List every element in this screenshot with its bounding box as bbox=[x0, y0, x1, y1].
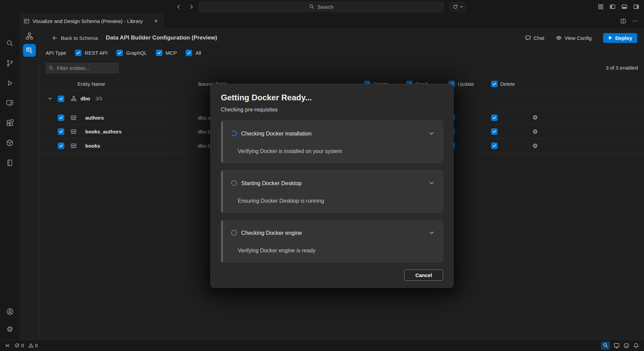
tab-visualize-design-schema[interactable]: Visualize and Design Schema (Preview) - … bbox=[20, 14, 164, 28]
activity-bar: ⚙ bbox=[0, 14, 20, 340]
step-label: Checking Docker installation bbox=[241, 130, 312, 137]
table-entity-icon bbox=[71, 143, 79, 149]
status-bar-right bbox=[601, 342, 644, 350]
tab-close-icon[interactable]: × bbox=[153, 18, 159, 24]
dialog-subtitle: Checking pre-requisites bbox=[221, 106, 443, 113]
account-icon[interactable] bbox=[5, 307, 14, 316]
customize-layout-icon[interactable] bbox=[598, 4, 604, 10]
status-bar-left: 0 0 bbox=[0, 343, 38, 348]
step-detail: Verifying Docker engine is ready bbox=[238, 248, 435, 254]
toggle-secondary-sidebar-icon[interactable] bbox=[633, 4, 639, 10]
remote-indicator-icon[interactable] bbox=[5, 343, 10, 348]
row-settings-gear-icon[interactable]: ⚙ bbox=[532, 128, 553, 135]
remote-explorer-icon[interactable] bbox=[5, 99, 14, 107]
forward-button[interactable] bbox=[188, 3, 195, 10]
toggle-sidebar-icon[interactable] bbox=[610, 4, 616, 10]
dialog-title: Getting Docker Ready... bbox=[221, 93, 443, 102]
filter-option-graphql[interactable]: GraphQL bbox=[116, 50, 147, 56]
back-button[interactable] bbox=[175, 3, 182, 10]
entity-filter bbox=[46, 63, 119, 73]
delete-checkbox[interactable] bbox=[491, 115, 498, 121]
row-checkbox[interactable] bbox=[58, 143, 64, 149]
chevron-left-icon bbox=[176, 4, 181, 9]
extensions-icon[interactable] bbox=[5, 119, 14, 127]
run-debug-icon[interactable] bbox=[5, 79, 14, 87]
row-checkbox[interactable] bbox=[58, 128, 64, 135]
play-icon bbox=[608, 35, 613, 40]
page-header: Back to Schema Data API Builder Configur… bbox=[40, 32, 644, 43]
warnings-indicator[interactable]: 0 bbox=[28, 343, 38, 348]
step-docker-desktop: Starting Docker Desktop Ensuring Docker … bbox=[221, 170, 443, 213]
chevron-down-icon[interactable] bbox=[429, 130, 435, 136]
more-actions-icon[interactable]: ⋯ bbox=[632, 17, 639, 25]
delete-checkbox[interactable] bbox=[491, 128, 498, 135]
filter-option-all[interactable]: All bbox=[186, 50, 201, 56]
column-header-entity-name: Entity Name bbox=[71, 81, 198, 87]
graphql-checkbox[interactable] bbox=[116, 50, 123, 56]
chat-button[interactable]: Chat bbox=[525, 35, 545, 41]
chevron-down-icon[interactable] bbox=[429, 180, 435, 186]
api-type-filter-row: API Type REST API GraphQL MCP All bbox=[46, 48, 201, 57]
entity-name: authors bbox=[79, 115, 198, 121]
expand-chevron-icon[interactable] bbox=[44, 96, 56, 101]
eye-icon bbox=[556, 35, 562, 41]
filter-option-mcp[interactable]: MCP bbox=[156, 50, 177, 56]
feedback-smiley-icon[interactable] bbox=[623, 343, 629, 349]
dbo-group-checkbox[interactable] bbox=[58, 96, 64, 102]
delete-checkbox[interactable] bbox=[491, 143, 498, 149]
settings-gear-icon[interactable]: ⚙ bbox=[6, 325, 13, 333]
split-editor-icon[interactable] bbox=[620, 18, 626, 24]
notifications-bell-icon[interactable] bbox=[633, 343, 639, 349]
delete-all-checkbox[interactable] bbox=[491, 81, 498, 87]
search-placeholder-text: Search bbox=[317, 4, 334, 10]
activity-bar-top bbox=[5, 14, 14, 167]
step-label: Checking Docker engine bbox=[241, 230, 302, 236]
column-header-delete: Delete bbox=[491, 81, 532, 87]
enabled-summary: 3 of 3 enabled bbox=[606, 65, 638, 71]
pending-circle-icon bbox=[231, 180, 237, 186]
step-detail: Verifying Docker is installed on your sy… bbox=[238, 148, 435, 154]
cancel-button[interactable]: Cancel bbox=[404, 270, 443, 281]
iterate-dropdown-button[interactable] bbox=[450, 2, 466, 11]
row-checkbox[interactable] bbox=[58, 115, 64, 121]
dab-config-active-tile[interactable] bbox=[23, 44, 36, 57]
schema-icon bbox=[71, 96, 79, 102]
zoom-magnifier-icon bbox=[603, 343, 608, 348]
dialog-footer: Cancel bbox=[221, 270, 443, 281]
zoom-indicator[interactable] bbox=[601, 342, 610, 350]
schema-designer-icon[interactable] bbox=[25, 32, 34, 41]
toggle-panel-icon[interactable] bbox=[621, 4, 627, 10]
rest-api-checkbox[interactable] bbox=[75, 50, 82, 56]
filter-entities-input[interactable] bbox=[46, 63, 119, 73]
pending-circle-icon bbox=[231, 229, 237, 236]
package-cube-icon[interactable] bbox=[5, 139, 14, 147]
database-projects-icon[interactable] bbox=[5, 158, 14, 167]
command-center-search[interactable]: Search bbox=[199, 2, 444, 11]
sync-icon bbox=[453, 4, 458, 9]
warning-triangle-icon bbox=[28, 343, 33, 348]
mcp-checkbox[interactable] bbox=[156, 50, 162, 56]
search-sidebar-icon[interactable] bbox=[5, 39, 14, 48]
view-config-button[interactable]: View Config bbox=[556, 35, 592, 41]
source-control-icon[interactable] bbox=[5, 59, 14, 68]
filter-option-rest-api[interactable]: REST API bbox=[75, 50, 108, 56]
editor-actions: ⋯ bbox=[620, 14, 639, 28]
screencast-monitor-icon[interactable] bbox=[614, 343, 620, 349]
group-name-dbo: dbo bbox=[80, 96, 90, 102]
rest-api-label: REST API bbox=[85, 50, 108, 56]
chevron-down-icon bbox=[460, 5, 463, 8]
row-settings-gear-icon[interactable]: ⚙ bbox=[532, 142, 553, 150]
row-settings-gear-icon[interactable]: ⚙ bbox=[532, 114, 553, 121]
back-to-schema-link[interactable]: Back to Schema bbox=[52, 35, 98, 41]
prerequisite-steps: Checking Docker installation Verifying D… bbox=[221, 121, 443, 262]
errors-indicator[interactable]: 0 bbox=[15, 343, 24, 348]
all-label: All bbox=[196, 50, 201, 56]
column-header-update: Update bbox=[448, 81, 491, 87]
deploy-button[interactable]: Deploy bbox=[603, 33, 637, 43]
page-title: Data API Builder Configuration (Preview) bbox=[106, 34, 217, 41]
filter-search-icon bbox=[49, 66, 54, 71]
step-detail: Ensuring Docker Desktop is running bbox=[238, 198, 435, 204]
all-checkbox[interactable] bbox=[186, 50, 192, 56]
table-entity-icon bbox=[71, 129, 79, 134]
chevron-down-icon[interactable] bbox=[429, 230, 435, 236]
